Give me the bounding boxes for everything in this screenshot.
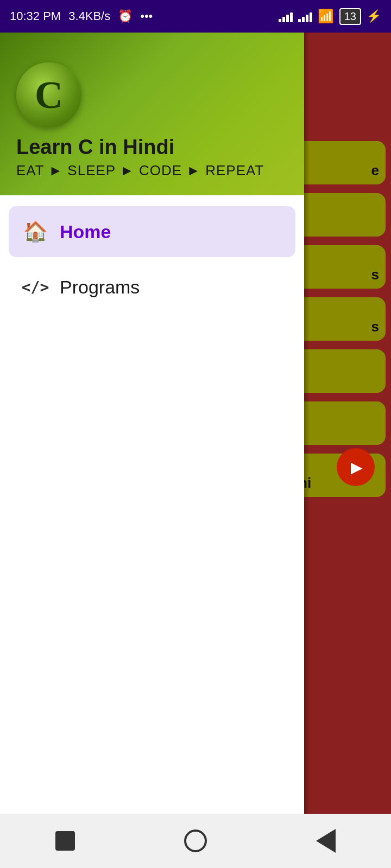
dots-icon: •••: [140, 9, 153, 23]
drawer-header: C Learn C in Hindi EAT ► SLEEP ► CODE ► …: [0, 33, 304, 195]
app-logo: C: [16, 62, 81, 127]
back-icon: [316, 829, 336, 853]
home-button[interactable]: [176, 822, 215, 860]
play-button-icon[interactable]: [337, 448, 375, 486]
signal-bars-2: [298, 10, 312, 22]
square-icon: [55, 831, 75, 851]
wifi-icon: 📶: [318, 9, 334, 24]
network-speed: 3.4KB/s: [68, 9, 110, 23]
status-bar-right: 📶 13 ⚡: [279, 8, 381, 25]
alarm-icon: ⏰: [118, 9, 133, 23]
time-display: 10:32 PM: [10, 9, 61, 23]
status-bar: 10:32 PM 3.4KB/s ⏰ ••• 📶 13 ⚡: [0, 0, 391, 33]
nav-label-programs: Programs: [60, 277, 140, 298]
screen-wrapper: nming e s s ni C: [0, 33, 391, 868]
drawer-nav: 🏠 Home </> Programs: [0, 195, 304, 868]
status-bar-left: 10:32 PM 3.4KB/s ⏰ •••: [10, 9, 153, 23]
nav-item-programs[interactable]: </> Programs: [9, 261, 295, 312]
back-button[interactable]: [307, 822, 345, 860]
circle-icon: [184, 829, 207, 852]
home-icon: 🏠: [22, 218, 49, 245]
bottom-nav-bar: [0, 814, 391, 868]
battery-badge: 13: [339, 8, 361, 25]
nav-item-home[interactable]: 🏠 Home: [9, 206, 295, 257]
app-title: Learn C in Hindi: [16, 136, 288, 159]
signal-bars-1: [279, 10, 293, 22]
nav-label-home: Home: [60, 221, 111, 242]
charging-icon: ⚡: [367, 9, 381, 23]
stop-button[interactable]: [46, 822, 84, 860]
drawer-shadow: [304, 33, 310, 868]
navigation-drawer: C Learn C in Hindi EAT ► SLEEP ► CODE ► …: [0, 33, 304, 868]
app-subtitle: EAT ► SLEEP ► CODE ► REPEAT: [16, 162, 288, 179]
code-icon: </>: [22, 273, 49, 301]
app-logo-letter: C: [35, 73, 63, 118]
